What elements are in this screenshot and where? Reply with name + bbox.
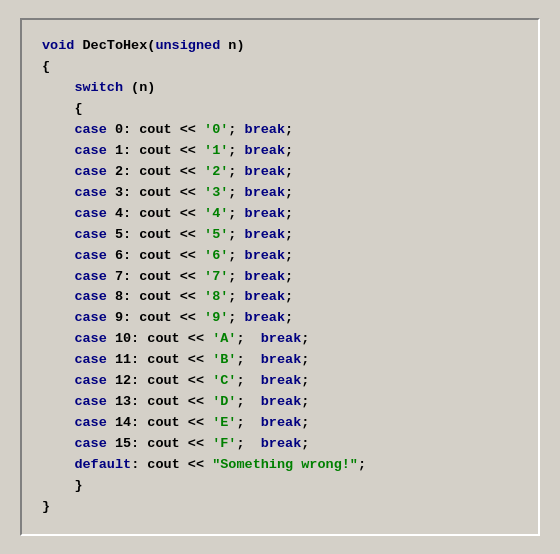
string-literal: 'B' bbox=[212, 352, 236, 367]
plain-text: ; bbox=[228, 269, 244, 284]
keyword: case bbox=[74, 331, 106, 346]
plain-text: n) bbox=[220, 38, 244, 53]
plain-text: 12: cout << bbox=[107, 373, 212, 388]
plain-text: (n) bbox=[123, 80, 155, 95]
plain-text bbox=[42, 457, 74, 472]
plain-text: 9: cout << bbox=[107, 310, 204, 325]
string-literal: "Something wrong!" bbox=[212, 457, 358, 472]
keyword: case bbox=[74, 415, 106, 430]
string-literal: '0' bbox=[204, 122, 228, 137]
code-block: void DecToHex(unsigned n){ switch (n) { … bbox=[42, 36, 518, 517]
plain-text: ; bbox=[236, 331, 260, 346]
keyword: default bbox=[74, 457, 131, 472]
code-line: case 15: cout << 'F'; break; bbox=[42, 434, 518, 455]
keyword: case bbox=[74, 227, 106, 242]
keyword: unsigned bbox=[155, 38, 220, 53]
plain-text: } bbox=[42, 478, 83, 493]
plain-text: ; bbox=[228, 206, 244, 221]
plain-text bbox=[42, 415, 74, 430]
keyword: case bbox=[74, 436, 106, 451]
plain-text bbox=[42, 436, 74, 451]
plain-text: 13: cout << bbox=[107, 394, 212, 409]
code-line: case 6: cout << '6'; break; bbox=[42, 246, 518, 267]
keyword: break bbox=[245, 289, 286, 304]
keyword: case bbox=[74, 269, 106, 284]
code-line: { bbox=[42, 57, 518, 78]
plain-text: ; bbox=[236, 352, 260, 367]
code-line: case 12: cout << 'C'; break; bbox=[42, 371, 518, 392]
string-literal: '8' bbox=[204, 289, 228, 304]
code-line: case 14: cout << 'E'; break; bbox=[42, 413, 518, 434]
plain-text: ; bbox=[285, 206, 293, 221]
plain-text: ; bbox=[228, 227, 244, 242]
plain-text: ; bbox=[301, 352, 309, 367]
plain-text: ; bbox=[236, 436, 260, 451]
plain-text bbox=[42, 394, 74, 409]
plain-text: 3: cout << bbox=[107, 185, 204, 200]
plain-text: ; bbox=[236, 394, 260, 409]
code-line: case 7: cout << '7'; break; bbox=[42, 267, 518, 288]
plain-text: ; bbox=[285, 164, 293, 179]
keyword: break bbox=[245, 164, 286, 179]
code-line: case 5: cout << '5'; break; bbox=[42, 225, 518, 246]
plain-text: ; bbox=[301, 415, 309, 430]
plain-text: ; bbox=[228, 289, 244, 304]
plain-text: : cout << bbox=[131, 457, 212, 472]
keyword: break bbox=[245, 227, 286, 242]
plain-text: 6: cout << bbox=[107, 248, 204, 263]
keyword: case bbox=[74, 143, 106, 158]
plain-text: 7: cout << bbox=[107, 269, 204, 284]
keyword: switch bbox=[74, 80, 123, 95]
plain-text bbox=[42, 248, 74, 263]
plain-text: ; bbox=[358, 457, 366, 472]
plain-text: 8: cout << bbox=[107, 289, 204, 304]
plain-text: 11: cout << bbox=[107, 352, 212, 367]
keyword: case bbox=[74, 352, 106, 367]
plain-text bbox=[42, 143, 74, 158]
keyword: case bbox=[74, 248, 106, 263]
keyword: case bbox=[74, 206, 106, 221]
plain-text: 15: cout << bbox=[107, 436, 212, 451]
plain-text: 4: cout << bbox=[107, 206, 204, 221]
keyword: case bbox=[74, 185, 106, 200]
keyword: case bbox=[74, 164, 106, 179]
string-literal: '9' bbox=[204, 310, 228, 325]
plain-text: ; bbox=[301, 373, 309, 388]
plain-text: ; bbox=[285, 122, 293, 137]
plain-text: ; bbox=[236, 415, 260, 430]
plain-text: ; bbox=[285, 269, 293, 284]
plain-text: ; bbox=[285, 143, 293, 158]
plain-text: ; bbox=[228, 185, 244, 200]
plain-text: ; bbox=[228, 310, 244, 325]
string-literal: '5' bbox=[204, 227, 228, 242]
string-literal: 'A' bbox=[212, 331, 236, 346]
string-literal: '7' bbox=[204, 269, 228, 284]
plain-text: ; bbox=[228, 122, 244, 137]
keyword: case bbox=[74, 310, 106, 325]
plain-text bbox=[42, 80, 74, 95]
string-literal: '6' bbox=[204, 248, 228, 263]
keyword: break bbox=[261, 415, 302, 430]
code-line: case 9: cout << '9'; break; bbox=[42, 308, 518, 329]
keyword: break bbox=[261, 331, 302, 346]
keyword: break bbox=[261, 436, 302, 451]
plain-text bbox=[42, 289, 74, 304]
plain-text: ; bbox=[285, 227, 293, 242]
code-line: { bbox=[42, 99, 518, 120]
plain-text: } bbox=[42, 499, 50, 514]
keyword: break bbox=[245, 269, 286, 284]
plain-text: ; bbox=[228, 164, 244, 179]
keyword: break bbox=[245, 310, 286, 325]
string-literal: 'C' bbox=[212, 373, 236, 388]
code-line: case 4: cout << '4'; break; bbox=[42, 204, 518, 225]
string-literal: 'F' bbox=[212, 436, 236, 451]
plain-text: { bbox=[42, 101, 83, 116]
code-line: } bbox=[42, 476, 518, 497]
plain-text: ; bbox=[285, 248, 293, 263]
plain-text bbox=[42, 269, 74, 284]
plain-text: ; bbox=[236, 373, 260, 388]
string-literal: 'D' bbox=[212, 394, 236, 409]
keyword: break bbox=[245, 143, 286, 158]
plain-text: 2: cout << bbox=[107, 164, 204, 179]
plain-text: ; bbox=[285, 310, 293, 325]
